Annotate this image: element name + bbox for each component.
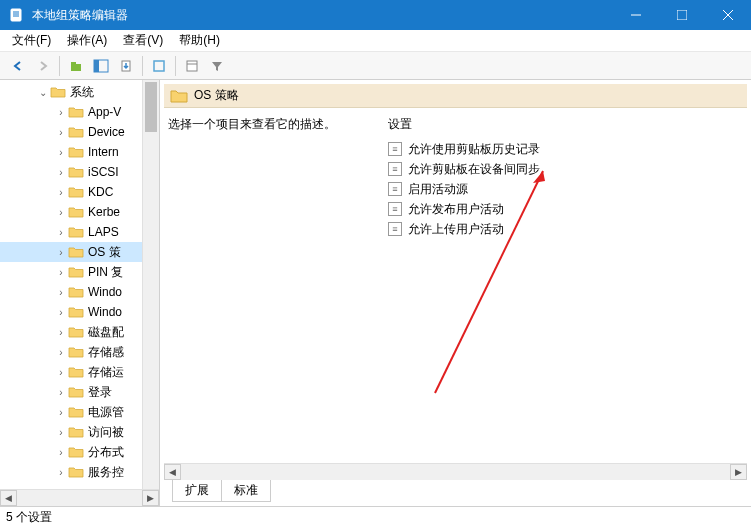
menu-file[interactable]: 文件(F) <box>4 30 59 51</box>
tree-node[interactable]: ›Kerbe <box>0 202 142 222</box>
tree-node[interactable]: ›iSCSI <box>0 162 142 182</box>
tree-node[interactable]: ›登录 <box>0 382 142 402</box>
svg-rect-13 <box>154 61 164 71</box>
expand-icon[interactable]: › <box>54 127 68 138</box>
expand-icon[interactable]: › <box>54 447 68 458</box>
expand-icon[interactable]: › <box>54 407 68 418</box>
expand-icon[interactable]: › <box>54 107 68 118</box>
tree-label: 存储感 <box>88 344 124 361</box>
tree-label: Windo <box>88 305 122 319</box>
back-button[interactable] <box>6 54 30 78</box>
tree-node[interactable]: ›Device <box>0 122 142 142</box>
tab-standard[interactable]: 标准 <box>221 480 271 502</box>
menu-help[interactable]: 帮助(H) <box>171 30 228 51</box>
setting-item[interactable]: ≡允许剪贴板在设备间同步 <box>388 159 743 179</box>
tree-label: 电源管 <box>88 404 124 421</box>
toolbar-separator <box>59 56 60 76</box>
folder-icon <box>68 105 84 119</box>
expand-icon[interactable]: › <box>54 367 68 378</box>
tree-node[interactable]: ›电源管 <box>0 402 142 422</box>
expand-icon[interactable]: › <box>54 307 68 318</box>
settings-list: ≡允许使用剪贴板历史记录≡允许剪贴板在设备间同步≡启用活动源≡允许发布用户活动≡… <box>388 139 743 239</box>
expand-icon[interactable]: › <box>54 287 68 298</box>
show-hide-tree-button[interactable] <box>89 54 113 78</box>
tree-node[interactable]: ›App-V <box>0 102 142 122</box>
expand-icon[interactable]: › <box>54 227 68 238</box>
export-button[interactable] <box>114 54 138 78</box>
collapse-icon[interactable]: ⌄ <box>36 87 50 98</box>
expand-icon[interactable]: › <box>54 327 68 338</box>
tree-label: OS 策 <box>88 244 121 261</box>
up-button[interactable] <box>64 54 88 78</box>
tree-label: 分布式 <box>88 444 124 461</box>
filter-button[interactable] <box>205 54 229 78</box>
detail-header: OS 策略 <box>164 84 747 108</box>
detail-horizontal-scrollbar[interactable]: ◀ ▶ <box>164 463 747 480</box>
tree-horizontal-scrollbar[interactable]: ◀ ▶ <box>0 489 159 506</box>
expand-icon[interactable]: › <box>54 467 68 478</box>
tree-vertical-scrollbar[interactable] <box>142 80 159 489</box>
scroll-right-icon[interactable]: ▶ <box>142 490 159 506</box>
expand-icon[interactable]: › <box>54 147 68 158</box>
svg-rect-11 <box>94 60 99 72</box>
tree-node[interactable]: ›存储运 <box>0 362 142 382</box>
menu-action[interactable]: 操作(A) <box>59 30 115 51</box>
detail-tabs: 扩展 标准 <box>164 480 747 502</box>
close-button[interactable] <box>705 0 751 30</box>
svg-rect-0 <box>11 9 21 21</box>
setting-item[interactable]: ≡允许发布用户活动 <box>388 199 743 219</box>
tree-node[interactable]: ›Windo <box>0 282 142 302</box>
expand-icon[interactable]: › <box>54 267 68 278</box>
tree-node[interactable]: ›Intern <box>0 142 142 162</box>
minimize-button[interactable] <box>613 0 659 30</box>
menu-bar: 文件(F) 操作(A) 查看(V) 帮助(H) <box>0 30 751 52</box>
tree-node[interactable]: ›PIN 复 <box>0 262 142 282</box>
setting-item[interactable]: ≡允许使用剪贴板历史记录 <box>388 139 743 159</box>
window-title: 本地组策略编辑器 <box>32 7 613 24</box>
folder-icon <box>68 305 84 319</box>
tree-node[interactable]: ›OS 策 <box>0 242 142 262</box>
svg-rect-5 <box>677 10 687 20</box>
expand-icon[interactable]: › <box>54 187 68 198</box>
scroll-left-icon[interactable]: ◀ <box>0 490 17 506</box>
tree-node[interactable]: ›服务控 <box>0 462 142 482</box>
folder-icon <box>68 125 84 139</box>
scroll-right-icon[interactable]: ▶ <box>730 464 747 480</box>
properties-button[interactable] <box>180 54 204 78</box>
tree-node[interactable]: ›Windo <box>0 302 142 322</box>
expand-icon[interactable]: › <box>54 347 68 358</box>
tree-node[interactable]: ›分布式 <box>0 442 142 462</box>
tab-extended[interactable]: 扩展 <box>172 480 222 502</box>
tree-node[interactable]: ›KDC <box>0 182 142 202</box>
status-bar: 5 个设置 <box>0 506 751 526</box>
policy-icon: ≡ <box>388 202 402 216</box>
policy-icon: ≡ <box>388 162 402 176</box>
tree-label: LAPS <box>88 225 119 239</box>
menu-view[interactable]: 查看(V) <box>115 30 171 51</box>
forward-button[interactable] <box>31 54 55 78</box>
tree-label: App-V <box>88 105 121 119</box>
tree[interactable]: ⌄系统›App-V›Device›Intern›iSCSI›KDC›Kerbe›… <box>0 80 142 484</box>
setting-item[interactable]: ≡启用活动源 <box>388 179 743 199</box>
expand-icon[interactable]: › <box>54 207 68 218</box>
refresh-button[interactable] <box>147 54 171 78</box>
tree-node[interactable]: ›访问被 <box>0 422 142 442</box>
tree-node[interactable]: ›LAPS <box>0 222 142 242</box>
toolbar <box>0 52 751 80</box>
scroll-left-icon[interactable]: ◀ <box>164 464 181 480</box>
expand-icon[interactable]: › <box>54 387 68 398</box>
tree-label: Windo <box>88 285 122 299</box>
expand-icon[interactable]: › <box>54 427 68 438</box>
maximize-button[interactable] <box>659 0 705 30</box>
folder-icon <box>68 405 84 419</box>
folder-icon <box>50 85 66 99</box>
folder-icon <box>68 465 84 479</box>
tree-node-root[interactable]: ⌄系统 <box>0 82 142 102</box>
expand-icon[interactable]: › <box>54 167 68 178</box>
toolbar-separator <box>175 56 176 76</box>
tree-label: PIN 复 <box>88 264 123 281</box>
setting-item[interactable]: ≡允许上传用户活动 <box>388 219 743 239</box>
tree-node[interactable]: ›磁盘配 <box>0 322 142 342</box>
tree-node[interactable]: ›存储感 <box>0 342 142 362</box>
expand-icon[interactable]: › <box>54 247 68 258</box>
